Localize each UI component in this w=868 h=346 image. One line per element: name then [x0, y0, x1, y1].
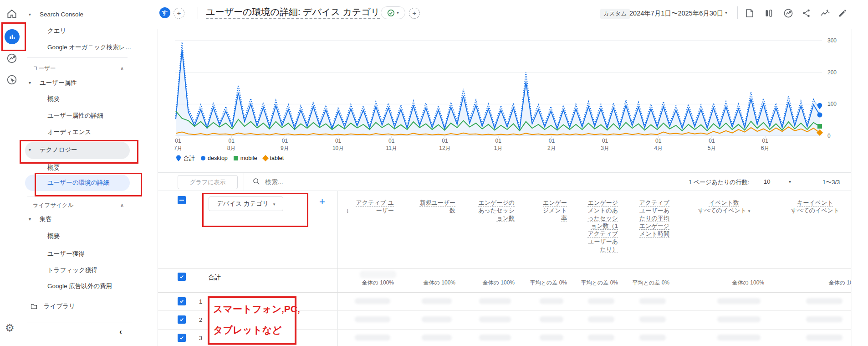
- col-header-active-users[interactable]: ↓ アクティブ ユーザー: [339, 199, 394, 214]
- expander-triangle-icon[interactable]: ▾: [29, 143, 31, 157]
- collapse-sidebar-icon[interactable]: ‹: [119, 327, 122, 336]
- expander-triangle-icon[interactable]: ▾: [29, 212, 31, 226]
- totals-row-checkbox[interactable]: [178, 273, 186, 281]
- admin-gear-icon[interactable]: ⚙: [5, 322, 15, 334]
- share-icon[interactable]: [801, 8, 812, 19]
- sidebar-item-google-organic[interactable]: Google オーガニック検索レ…: [23, 41, 132, 54]
- comparison-icon[interactable]: [763, 8, 774, 19]
- sidebar-item-overview-3[interactable]: 概要: [23, 229, 132, 243]
- edit-pencil-icon[interactable]: [837, 8, 848, 19]
- legend-item-desktop[interactable]: desktop: [201, 155, 228, 161]
- auto-insights-icon[interactable]: [819, 8, 830, 19]
- sidebar-section-lifecycle[interactable]: ライフサイクル ∧: [23, 198, 132, 212]
- diamond-marker-icon: [262, 155, 269, 161]
- sidebar-item-audiences[interactable]: オーディエンス: [23, 125, 132, 139]
- sidebar-item-user-attributes[interactable]: ▾ ユーザー属性: [23, 76, 132, 90]
- check-icon: [179, 274, 184, 279]
- svg-text:4月: 4月: [654, 145, 663, 151]
- sidebar-item-acquisition[interactable]: ▾ 集客: [23, 212, 132, 226]
- sidebar-item-tech-details-active[interactable]: ユーザーの環境の詳細: [23, 176, 132, 190]
- row-separator: [158, 268, 851, 269]
- add-comparison-button[interactable]: +: [174, 8, 184, 19]
- add-column-button[interactable]: +: [319, 196, 325, 208]
- report-nav-sidebar: ▾ Search Console クエリ Google オーガニック検索レ… ユ…: [23, 0, 132, 346]
- caret-down-icon[interactable]: ▾: [748, 209, 751, 213]
- indeterminate-mark: [179, 200, 184, 201]
- insights-icon[interactable]: [783, 8, 794, 19]
- date-range[interactable]: 2024年7月1日〜2025年6月30日: [629, 9, 723, 18]
- collapse-chevron-icon[interactable]: ∧: [120, 198, 124, 212]
- row-3-checkbox[interactable]: [178, 334, 186, 342]
- collapse-chevron-icon[interactable]: ∧: [120, 62, 124, 75]
- header-divider: [198, 7, 198, 19]
- explore-icon[interactable]: [6, 74, 18, 86]
- sidebar-item-user-acquisition[interactable]: ユーザー獲得: [23, 247, 132, 261]
- rows-per-page-label: 1 ページあたりの行数:: [689, 178, 749, 186]
- sidebar-item-non-google-cost[interactable]: Google 広告以外の費用: [23, 279, 132, 293]
- svg-text:12月: 12月: [439, 145, 450, 151]
- toolbar-border: [158, 172, 851, 173]
- sidebar-item-library[interactable]: ライブラリ: [23, 300, 132, 313]
- svg-text:5月: 5月: [708, 145, 716, 151]
- blurred-value: [360, 271, 396, 278]
- col-header-new-users[interactable]: 新規ユーザー数: [401, 199, 455, 214]
- svg-text:01: 01: [762, 138, 769, 144]
- add-report-button[interactable]: +: [409, 8, 420, 19]
- show-in-chart-button[interactable]: グラフに表示: [178, 175, 238, 189]
- col-header-engagement-rate[interactable]: エンゲージメント率: [509, 199, 567, 222]
- legend-item-tablet[interactable]: tablet: [263, 155, 284, 161]
- reports-icon[interactable]: [5, 29, 20, 44]
- col-header-engaged-sessions-per-user[interactable]: エンゲージメントのあったセッション数（1アクティブ ユーザーあたり）: [561, 199, 618, 253]
- advertising-icon[interactable]: [6, 52, 18, 64]
- sidebar-item-queries[interactable]: クエリ: [23, 24, 132, 38]
- row-2-index: 2: [199, 316, 202, 323]
- select-all-checkbox[interactable]: [178, 196, 186, 204]
- notes-icon[interactable]: [744, 8, 755, 19]
- caret-down-icon: ▾: [273, 202, 276, 207]
- ga4-app: ⚙ ▾ Search Console クエリ Google オーガニック検索レ……: [0, 0, 868, 346]
- totals-sub-event-count: 全体の 100%: [705, 279, 764, 287]
- search-icon: [252, 177, 260, 186]
- svg-text:100: 100: [827, 101, 837, 107]
- left-rail: ⚙: [0, 0, 23, 346]
- col-header-key-events[interactable]: キーイベント すべてのイベント: [774, 199, 851, 214]
- key-events-clip: キーイベント すべてのイベント 全体の 100%: [774, 191, 851, 346]
- toolbar-border: [158, 191, 851, 191]
- rows-per-page-select[interactable]: 10: [764, 178, 770, 185]
- time-series-chart[interactable]: 3002001000017月018月019月0110月0111月0112月011…: [158, 29, 852, 165]
- date-caret-icon[interactable]: ▾: [725, 10, 727, 15]
- col-header-engaged-sessions[interactable]: エンゲージのあったセッション数: [455, 199, 515, 222]
- col-header-avg-engagement-time[interactable]: アクティブ ユーザーあたりの平均エンゲージメント時間: [613, 199, 669, 238]
- sidebar-item-traffic-acquisition[interactable]: トラフィック獲得: [23, 263, 132, 277]
- sidebar-item-overview-2[interactable]: 概要: [23, 161, 132, 175]
- svg-text:01: 01: [709, 138, 715, 144]
- svg-text:01: 01: [388, 138, 395, 144]
- svg-text:300: 300: [827, 37, 837, 44]
- home-icon[interactable]: [6, 8, 18, 20]
- svg-text:10月: 10月: [332, 145, 344, 151]
- svg-text:01: 01: [495, 138, 502, 144]
- expander-triangle-icon[interactable]: ▾: [29, 8, 31, 21]
- toolbar-divider: [244, 173, 244, 191]
- circle-marker-icon: [201, 156, 205, 160]
- report-status-pill[interactable]: ▾: [381, 6, 405, 19]
- sidebar-section-user[interactable]: ユーザー ∧: [23, 62, 132, 75]
- check-icon: [179, 335, 184, 341]
- search-input[interactable]: [264, 175, 448, 189]
- dimension-selector-button[interactable]: デバイス カテゴリ ▾: [209, 196, 283, 211]
- sort-desc-icon: ↓: [346, 207, 351, 214]
- col-header-event-count[interactable]: イベント数 すべてのイベント ▾: [683, 199, 765, 215]
- legend-item-total[interactable]: 合計: [176, 155, 195, 162]
- totals-sub-engaged-per-user: 平均との差 0%: [561, 279, 618, 287]
- sidebar-item-search-console[interactable]: ▾ Search Console: [23, 8, 132, 21]
- sidebar-divider: [27, 196, 128, 196]
- sidebar-item-technology[interactable]: ▾ テクノロジー: [23, 143, 132, 157]
- sidebar-item-overview-1[interactable]: 概要: [23, 92, 132, 106]
- sidebar-item-user-attributes-detail[interactable]: ユーザー属性の詳細: [23, 109, 132, 123]
- legend-item-mobile[interactable]: mobile: [234, 155, 257, 161]
- avatar[interactable]: す: [159, 7, 170, 18]
- expander-triangle-icon[interactable]: ▾: [29, 76, 31, 90]
- row-2-checkbox[interactable]: [178, 315, 186, 324]
- row-1-checkbox[interactable]: [178, 297, 186, 305]
- rows-caret-icon[interactable]: ▾: [789, 179, 791, 184]
